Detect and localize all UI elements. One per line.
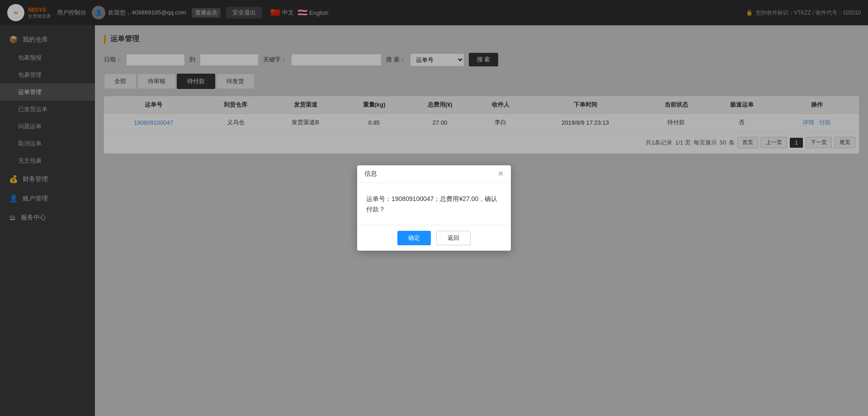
dialog-close-button[interactable]: ✕: [498, 170, 504, 178]
dialog-cancel-button[interactable]: 返回: [436, 231, 471, 245]
dialog-header: 信息 ✕: [357, 165, 511, 183]
dialog-overlay: 信息 ✕ 运单号：190809100047；总费用¥27.00，确认付款？ 确定…: [0, 0, 868, 416]
dialog-body: 运单号：190809100047；总费用¥27.00，确认付款？: [357, 183, 511, 225]
dialog-footer: 确定 返回: [357, 225, 511, 251]
dialog-title: 信息: [364, 170, 377, 178]
dialog-message: 运单号：190809100047；总费用¥27.00，确认付款？: [366, 195, 497, 212]
confirm-dialog: 信息 ✕ 运单号：190809100047；总费用¥27.00，确认付款？ 确定…: [357, 165, 511, 251]
dialog-confirm-button[interactable]: 确定: [397, 231, 431, 245]
